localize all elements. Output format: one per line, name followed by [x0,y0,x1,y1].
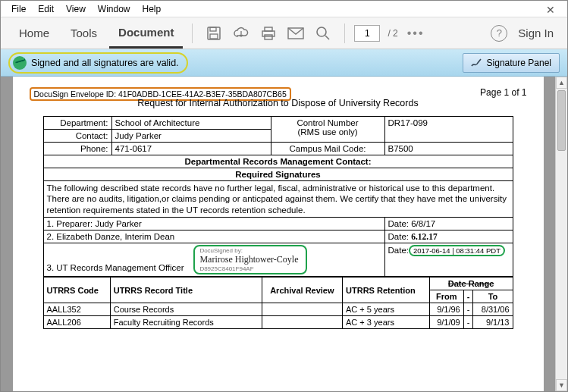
mail-icon[interactable] [284,21,308,45]
signature-panel-button[interactable]: Signature Panel [463,53,560,73]
cell: 9/1/09 [429,316,463,329]
col-record-title: UTRRS Record Title [110,278,262,303]
cell [262,303,342,316]
cell: - [463,316,473,329]
signature-status-bar: Signed and all signatures are valid. Sig… [1,49,567,77]
menu-window[interactable]: Window [92,2,137,16]
signature-check-icon [13,56,27,70]
cell: Course Records [110,303,262,316]
separator [344,24,345,43]
search-icon[interactable] [311,21,335,45]
value-mail-code: B7500 [384,143,513,155]
separator [192,24,193,43]
label-control-number: Control Number(RMS use only) [271,117,384,143]
pen-icon [471,58,483,68]
value-control-number: DR17-099 [384,117,513,143]
col-archival: Archival Review [262,278,342,303]
toolbar: Home Tools Document / 2 ••• ? Sign In [1,17,567,49]
label-department: Department: [43,117,111,130]
sign-in-button[interactable]: Sign In [518,27,554,39]
label-phone: Phone: [43,143,111,155]
scroll-down-icon[interactable]: ▼ [556,379,567,391]
table-row: AALL206 Faculty Recruiting Records AC + … [43,316,513,329]
preparer-date: Date: 6/8/17 [384,218,513,230]
cell: AALL206 [43,316,110,329]
docusign-signature: DocuSigned by: Marirose Hightower-Coyle … [193,245,307,274]
svg-rect-2 [210,34,218,39]
value-phone: 471-0617 [111,143,271,155]
certification-paragraph: The following described state records ha… [43,181,513,218]
records-officer-date: Date:2017-06-14 | 08:31:44 PDT [384,243,513,277]
tab-tools[interactable]: Tools [61,19,106,47]
label-drmc: Departmental Records Management Contact: [43,155,513,168]
more-icon[interactable]: ••• [401,27,431,40]
cell: AALL352 [43,303,110,316]
print-icon[interactable] [256,21,281,45]
col-from: From [429,290,463,303]
page-total: / 2 [388,28,397,39]
col-retention: UTRRS Retention [343,278,430,303]
menu-view[interactable]: View [60,2,92,16]
records-officer-row: 3. UT Records Management Officer DocuSig… [43,243,384,277]
col-dash: - [463,290,473,303]
preparer-row: 1. Preparer: Judy Parker [43,218,384,230]
label-mail-code: Campus Mail Code: [271,143,384,155]
cloud-icon[interactable] [229,21,253,45]
value-contact: Judy Parker [111,130,271,143]
signature-valid-message: Signed and all signatures are valid. [8,52,188,74]
save-icon[interactable] [202,21,226,45]
col-utrrs-code: UTRRS Code [43,278,110,303]
menu-help[interactable]: Help [137,2,168,16]
signature-name: Marirose Hightower-Coyle [199,254,298,265]
vertical-scrollbar[interactable]: ▲ ▼ [555,77,567,391]
page-indicator: Page 1 of 1 [480,87,526,98]
signature-panel-label: Signature Panel [487,58,551,68]
scroll-thumb[interactable] [557,90,566,151]
cell: AC + 3 years [343,316,430,329]
help-icon[interactable]: ? [491,25,507,42]
page-number-input[interactable] [354,25,380,42]
header-form-table: Department: School of Architecture Contr… [43,116,513,277]
col-to: To [473,290,513,303]
dean-date: Date: 6.12.17 [384,230,513,243]
svg-rect-3 [265,27,272,31]
close-icon[interactable]: ✕ [540,2,561,17]
cell: 9/1/96 [429,303,463,316]
signature-status-text: Signed and all signatures are valid. [31,58,179,68]
cell: 8/31/06 [473,303,513,316]
cell: - [463,303,473,316]
table-row: AALL352 Course Records AC + 5 years 9/1/… [43,303,513,316]
scroll-up-icon[interactable]: ▲ [556,77,567,89]
cell [262,316,342,329]
col-date-range: Date Range [429,278,513,290]
records-grid: UTRRS Code UTRRS Record Title Archival R… [43,277,513,329]
cell: AC + 5 years [343,303,430,316]
pdf-page: Page 1 of 1 DocuSign Envelope ID: 41F0AD… [13,77,544,391]
menu-edit[interactable]: Edit [32,2,60,16]
svg-point-7 [317,27,326,36]
menu-bar: File Edit View Window Help ✕ [1,1,567,17]
tab-document[interactable]: Document [109,18,183,49]
document-viewport[interactable]: Page 1 of 1 DocuSign Envelope ID: 41F0AD… [1,77,555,391]
section-required-signatures: Required Signatures [43,168,513,181]
svg-rect-5 [265,35,272,39]
cell: 9/1/13 [473,316,513,329]
value-department: School of Architecture [111,117,271,130]
label-contact: Contact: [43,130,111,143]
tab-home[interactable]: Home [10,19,58,47]
dean-row: 2. Elizabeth Danze, Interim Dean [43,230,384,243]
menu-file[interactable]: File [5,2,32,16]
cell: Faculty Recruiting Records [110,316,262,329]
